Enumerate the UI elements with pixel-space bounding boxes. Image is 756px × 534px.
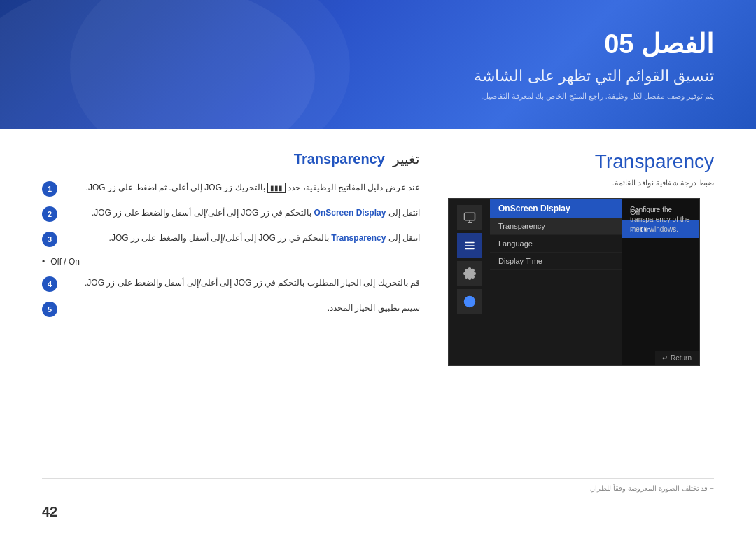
osd-icon-info[interactable]	[457, 289, 482, 314]
monitor-simulation: OnScreen Display Transparency Language D…	[448, 198, 700, 366]
osd-menu-header: OnScreen Display	[490, 199, 622, 218]
step-3: انتقل إلى Transparency بالتحكم في زر JOG…	[42, 232, 420, 247]
section-title: تغيير Transparency	[42, 150, 420, 167]
header-description: يتم توفير وصف مفصل لكل وظيفة. راجع المنت…	[481, 92, 714, 101]
svg-rect-3	[465, 242, 475, 244]
svg-rect-4	[465, 245, 475, 246]
osd-configure-text: Configure the transparency of the menu w…	[630, 205, 693, 234]
step-number-3: 3	[42, 232, 57, 247]
steps-list: عند عرض دليل المفاتيح الوظيفية، حدد ▮▮▮ …	[42, 181, 420, 247]
bullet-dot: •	[42, 257, 45, 267]
return-arrow-icon: ↵	[662, 354, 668, 362]
step-2-text: انتقل إلى OnScreen Display بالتحكم في زر…	[66, 206, 420, 219]
step-number-1: 1	[42, 181, 57, 197]
osd-panel: OnScreen Display Transparency Language D…	[449, 199, 699, 365]
step-5: سيتم تطبيق الخيار المحدد. 5	[42, 302, 420, 317]
step-1-text: عند عرض دليل المفاتيح الوظيفية، حدد ▮▮▮ …	[66, 181, 420, 194]
right-description: ضبط درجة شفافية نوافذ القائمة.	[448, 178, 714, 188]
left-section: تغيير Transparency عند عرض دليل المفاتيح…	[42, 150, 420, 366]
osd-main: OnScreen Display Transparency Language D…	[490, 199, 622, 365]
page-number: 42	[42, 504, 57, 520]
osd-display-time-label: Display Time	[498, 257, 613, 265]
return-label: Return	[671, 354, 692, 362]
off-on-label: Off / On	[50, 257, 80, 267]
osd-sidebar	[449, 199, 490, 365]
right-title: Transparency	[448, 150, 714, 173]
step-3-text: انتقل إلى Transparency بالتحكم في زر JOG…	[66, 232, 420, 244]
osd-language-label: Language	[498, 239, 613, 248]
svg-rect-5	[465, 248, 475, 250]
step-number-2: 2	[42, 206, 57, 222]
step-2: انتقل إلى OnScreen Display بالتحكم في زر…	[42, 206, 420, 222]
step-5-text: سيتم تطبيق الخيار المحدد.	[66, 302, 420, 314]
osd-menu-transparency[interactable]: Transparency	[490, 218, 622, 235]
osd-menu-display-time[interactable]: Display Time	[490, 253, 622, 270]
main-content: تغيير Transparency عند عرض دليل المفاتيح…	[0, 129, 756, 380]
osd-return-button[interactable]: ↵ Return	[655, 351, 699, 365]
step-4-text: قم بالتحريك إلى الخيار المطلوب بالتحكم ف…	[66, 276, 420, 289]
bullet-off-on: Off / On •	[42, 257, 420, 267]
footer-note-text: − قد تختلف الصورة المعروضة وفقاً للطراز.	[42, 484, 714, 492]
section-title-prefix: تغيير	[393, 151, 420, 167]
chapter-number: الفصل 05	[604, 29, 714, 61]
step-4: قم بالتحريك إلى الخيار المطلوب بالتحكم ف…	[42, 276, 420, 292]
header-banner: الفصل 05 تنسيق القوائم التي تظهر على الش…	[0, 0, 756, 129]
osd-menu-language[interactable]: Language	[490, 235, 622, 253]
steps-list-cont: قم بالتحريك إلى الخيار المطلوب بالتحكم ف…	[42, 276, 420, 317]
right-section: Transparency ضبط درجة شفافية نوافذ القائ…	[448, 150, 714, 366]
step-number-4: 4	[42, 276, 57, 292]
svg-rect-0	[465, 213, 475, 220]
chapter-title: تنسيق القوائم التي تظهر على الشاشة	[474, 66, 714, 87]
step-1: عند عرض دليل المفاتيح الوظيفية، حدد ▮▮▮ …	[42, 181, 420, 197]
osd-icon-display[interactable]	[457, 205, 482, 230]
osd-icon-settings[interactable]	[457, 261, 482, 286]
osd-transparency-label: Transparency	[498, 222, 613, 230]
footer-note: − قد تختلف الصورة المعروضة وفقاً للطراز.	[42, 478, 714, 492]
step-number-5: 5	[42, 302, 57, 317]
osd-icon-menu[interactable]	[457, 233, 482, 258]
section-title-highlight: Transparency	[294, 151, 385, 167]
